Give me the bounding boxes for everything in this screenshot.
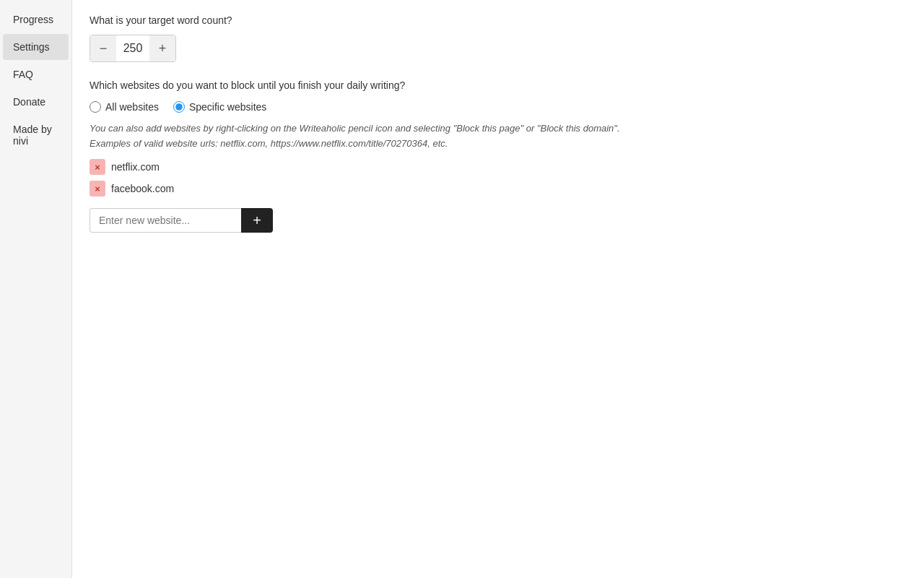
word-count-section: What is your target word count? − 250 + xyxy=(90,14,907,62)
remove-netflix-button[interactable]: × xyxy=(90,159,105,175)
hint-line1: You can also add websites by right-click… xyxy=(90,123,907,134)
block-websites-section: Which websites do you want to block unti… xyxy=(90,79,907,233)
sidebar-item-faq[interactable]: FAQ xyxy=(3,61,69,87)
radio-specific-websites[interactable]: Specific websites xyxy=(173,101,266,113)
hint-line2: Examples of valid website urls: netflix.… xyxy=(90,138,907,149)
sidebar: Progress Settings FAQ Donate Made by niv… xyxy=(0,0,72,578)
blocked-site-item-facebook: × facebook.com xyxy=(90,181,907,197)
radio-all-input[interactable] xyxy=(90,101,101,113)
radio-all-label: All websites xyxy=(105,101,159,113)
sidebar-item-made-by-nivi[interactable]: Made by nivi xyxy=(3,116,69,154)
radio-all-websites[interactable]: All websites xyxy=(90,101,159,113)
sidebar-item-progress[interactable]: Progress xyxy=(3,7,69,33)
blocked-sites-list: × netflix.com × facebook.com xyxy=(90,159,907,197)
sidebar-item-donate[interactable]: Donate xyxy=(3,89,69,115)
radio-specific-input[interactable] xyxy=(173,101,185,113)
word-count-value: 250 xyxy=(116,42,149,55)
block-question: Which websites do you want to block unti… xyxy=(90,79,907,91)
add-website-row: + xyxy=(90,208,907,233)
new-website-input[interactable] xyxy=(90,208,241,233)
site-name-facebook: facebook.com xyxy=(111,183,174,194)
sidebar-item-settings[interactable]: Settings xyxy=(3,34,69,60)
word-count-control: − 250 + xyxy=(90,35,176,62)
main-content: What is your target word count? − 250 + … xyxy=(72,0,924,578)
add-website-button[interactable]: + xyxy=(241,208,273,233)
radio-group: All websites Specific websites xyxy=(90,101,907,113)
remove-facebook-button[interactable]: × xyxy=(90,181,105,197)
increment-button[interactable]: + xyxy=(149,35,175,61)
site-name-netflix: netflix.com xyxy=(111,161,160,173)
word-count-question: What is your target word count? xyxy=(90,14,907,26)
decrement-button[interactable]: − xyxy=(90,35,116,61)
radio-specific-label: Specific websites xyxy=(189,101,266,113)
blocked-site-item-netflix: × netflix.com xyxy=(90,159,907,175)
